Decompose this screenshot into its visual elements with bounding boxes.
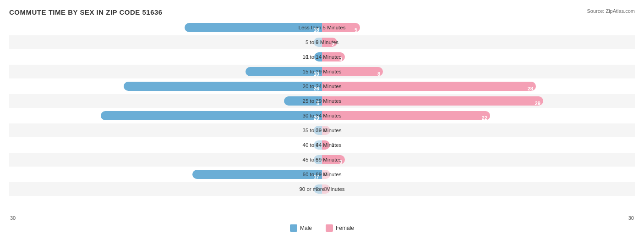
chart-row: 292230 to 34 Minutes (9, 109, 635, 123)
female-value-inside: 3 (339, 157, 342, 167)
male-value-inside: 26 (314, 84, 319, 93)
male-value-inside: 5 (317, 99, 319, 108)
chart-row: 0345 to 59 Minutes (9, 153, 635, 167)
legend-male-label: Male (300, 225, 312, 231)
legend: Male Female (9, 224, 635, 232)
female-value-inside: 22 (482, 113, 487, 123)
female-bar: 28 (322, 82, 536, 91)
legend-female-label: Female (336, 225, 354, 231)
male-bar: 26 (124, 82, 322, 91)
axis-right: 30 (628, 215, 634, 221)
chart-area: 185Less than 5 Minutes025 to 9 Minutes13… (9, 21, 635, 213)
chart-row: 0090 or more Minutes (9, 182, 635, 196)
legend-male: Male (290, 224, 312, 232)
female-value-inside: 28 (528, 84, 533, 93)
male-value-inside: 18 (314, 25, 319, 34)
female-bar: 29 (322, 96, 543, 106)
axis-left: 30 (10, 215, 16, 221)
chart-title: COMMUTE TIME BY SEX IN ZIP CODE 51636 (9, 8, 635, 16)
female-bar: 22 (322, 111, 490, 120)
male-bar: 29 (101, 111, 322, 120)
chart-row: 025 to 9 Minutes (9, 35, 635, 49)
chart-row: 185Less than 5 Minutes (9, 21, 635, 34)
female-swatch (326, 224, 333, 232)
chart-row: 52925 to 29 Minutes (9, 94, 635, 108)
row-label: 30 to 34 Minutes (302, 109, 341, 123)
male-value-inside: 10 (314, 69, 319, 78)
female-value-inside: 8 (377, 69, 380, 78)
male-value-inside: 29 (314, 113, 319, 123)
row-label: 35 to 39 Minutes (302, 123, 341, 137)
source-label: Source: ZipAtlas.com (587, 8, 635, 14)
female-value-inside: 2 (332, 40, 334, 49)
female-value-inside: 3 (339, 55, 342, 64)
chart-row: 0035 to 39 Minutes (9, 123, 635, 137)
row-label: 10 to 14 Minutes (302, 50, 341, 64)
axis-labels: 30 30 (9, 215, 635, 221)
legend-female: Female (326, 224, 354, 232)
female-value-inside: 29 (535, 99, 540, 108)
row-label: 20 to 24 Minutes (302, 79, 341, 93)
chart-row: 0140 to 44 Minutes (9, 138, 635, 152)
chart-container: COMMUTE TIME BY SEX IN ZIP CODE 51636 So… (0, 0, 644, 240)
row-label: 15 to 19 Minutes (302, 65, 341, 78)
row-label: 60 to 89 Minutes (302, 167, 341, 181)
male-value-inside: 17 (314, 172, 319, 181)
row-label: 90 or more Minutes (299, 182, 344, 196)
row-label: 25 to 29 Minutes (302, 94, 341, 108)
row-label: Less than 5 Minutes (299, 21, 346, 34)
chart-row: 17060 to 89 Minutes (9, 167, 635, 181)
chart-row: 10815 to 19 Minutes (9, 65, 635, 78)
chart-row: 1310 to 14 Minutes (9, 50, 635, 64)
chart-row: 262820 to 24 Minutes (9, 79, 635, 93)
row-label: 40 to 44 Minutes (302, 138, 341, 152)
female-value-inside: 5 (355, 25, 357, 34)
row-label: 45 to 59 Minutes (302, 153, 341, 167)
male-swatch (290, 224, 297, 232)
